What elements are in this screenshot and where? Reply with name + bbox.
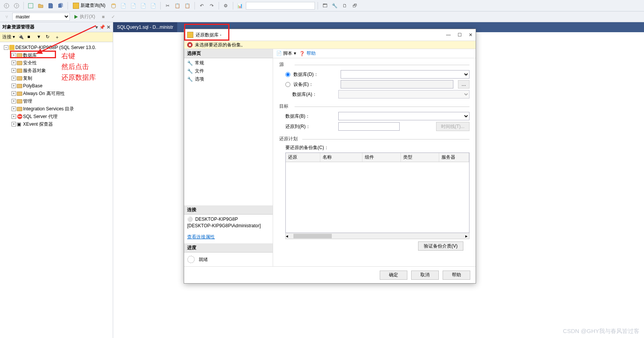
expander-icon[interactable]: + <box>12 122 16 126</box>
conn-info: ⚪ DESKTOP-KIP9G8P [DESKTOP-KIP9G8P\Admin… <box>184 215 273 231</box>
wrench-icon[interactable]: 🔧 <box>331 2 339 10</box>
src-db-combo[interactable] <box>341 70 469 79</box>
cancel-button[interactable]: 取消 <box>411 271 439 280</box>
tree-ssis[interactable]: +Integration Services 目录 <box>0 105 113 113</box>
restore-to-input[interactable] <box>338 122 400 131</box>
template-icon[interactable]: 🗋 <box>341 2 349 10</box>
folder-icon <box>17 76 22 80</box>
disconnect-icon[interactable]: 🔌 <box>18 34 24 40</box>
dialog-titlebar[interactable]: 还原数据库 - — ☐ ✕ <box>184 29 476 41</box>
nav-back-icon[interactable] <box>2 2 11 10</box>
browse-device-button[interactable]: … <box>458 80 469 89</box>
help-label: 帮助 <box>306 50 316 57</box>
src-device-radio[interactable] <box>285 82 290 87</box>
dialog-right-panel: 📄 脚本 ▾ ❓帮助 源 数据库(D)： 设备(E)： … <box>273 49 476 266</box>
new-query-button[interactable]: 新建查询(N) <box>71 2 108 9</box>
execute-button[interactable]: 执行(X) <box>71 13 97 20</box>
sql-tab[interactable]: SQLQuery1.sql - D...ministr <box>113 22 177 32</box>
tree-databases[interactable]: +数据库 <box>0 51 113 59</box>
tree-xevent[interactable]: +▣XEvent 探查器 <box>0 120 113 128</box>
dmx-icon[interactable]: 📄 <box>139 2 148 10</box>
copy-icon[interactable]: 📋 <box>173 2 182 10</box>
quick-launch-input[interactable] <box>246 2 315 10</box>
connect-button[interactable]: 连接 ▾ <box>2 34 15 40</box>
scroll-left-icon[interactable]: ◂ <box>286 233 288 239</box>
help-button[interactable]: ❓帮助 <box>299 50 316 57</box>
help-icon: ❓ <box>299 51 305 56</box>
dax-icon[interactable]: 📄 <box>149 2 158 10</box>
server-node[interactable]: − DESKTOP-KIP9G8P (SQL Server 13.0. <box>0 44 113 51</box>
view-conn-props-link[interactable]: 查看连接属性 <box>184 231 273 243</box>
registered-icon[interactable]: 🗔 <box>321 2 329 10</box>
save-icon[interactable] <box>46 2 55 10</box>
plan-legend: 还原计划 <box>279 136 469 142</box>
xmla-icon[interactable]: 📄 <box>119 2 128 10</box>
refresh-icon[interactable]: ↻ <box>46 34 52 40</box>
tree-label: 管理 <box>23 98 32 105</box>
expander-icon[interactable]: + <box>12 84 16 88</box>
props-icon[interactable]: ⚙ <box>222 2 230 10</box>
src-devdb-label: 数据库(A)： <box>292 91 335 98</box>
stop-conn-icon[interactable]: ■ <box>27 34 33 40</box>
filter-icon[interactable]: ▼ <box>36 34 43 40</box>
new-project-icon[interactable] <box>26 2 35 10</box>
expander-icon[interactable]: + <box>12 61 16 65</box>
src-db-radio[interactable] <box>285 72 290 77</box>
page-options[interactable]: 🔧选项 <box>184 75 273 83</box>
mdx-icon[interactable]: 📄 <box>129 2 138 10</box>
close-button[interactable]: ✕ <box>469 32 473 38</box>
activity-icon[interactable]: 📊 <box>236 2 244 10</box>
window-icon[interactable]: 🗗 <box>351 2 359 10</box>
script-button[interactable]: 📄 脚本 ▾ <box>276 50 296 57</box>
ok-button[interactable]: 确定 <box>380 271 407 280</box>
maximize-button[interactable]: ☐ <box>458 32 462 38</box>
open-icon[interactable] <box>36 2 45 10</box>
pin-icon[interactable]: 📌 <box>99 25 105 30</box>
parse-icon[interactable]: ✓ <box>109 13 117 21</box>
saveall-icon[interactable] <box>56 2 65 10</box>
page-files[interactable]: 🔧文件 <box>184 67 273 75</box>
tree-label: 服务器对象 <box>23 67 46 74</box>
verify-media-button[interactable]: 验证备份介质(V) <box>418 241 463 251</box>
tree-agent[interactable]: +⛔SQL Server 代理 <box>0 113 113 120</box>
conn-server: DESKTOP-KIP9G8P <box>195 217 238 222</box>
tree-security[interactable]: +安全性 <box>0 59 113 67</box>
expander-icon[interactable]: + <box>12 99 16 103</box>
expander-icon[interactable]: + <box>12 91 16 96</box>
db-icon[interactable] <box>109 2 118 10</box>
backup-sets-grid[interactable]: 还原 名称 组件 类型 服务器 <box>285 153 469 233</box>
tree-polybase[interactable]: +PolyBase <box>0 82 113 90</box>
nav-fwd-icon[interactable] <box>12 2 21 10</box>
expander-icon[interactable]: + <box>12 114 16 119</box>
expander-icon[interactable]: + <box>12 107 16 111</box>
scroll-right-icon[interactable]: ▸ <box>465 233 468 239</box>
undo-icon[interactable]: ↶ <box>198 2 206 10</box>
dst-db-combo[interactable] <box>338 112 469 120</box>
db-combo[interactable]: master <box>12 13 70 21</box>
page-general[interactable]: 🔧常规 <box>184 59 273 67</box>
expander-icon[interactable]: − <box>4 45 8 50</box>
redo-icon[interactable]: ↷ <box>208 2 216 10</box>
expander-icon[interactable]: + <box>12 53 16 57</box>
minimize-button[interactable]: — <box>446 32 451 38</box>
tree-alwayson[interactable]: +Always On 高可用性 <box>0 90 113 97</box>
tree-label: 安全性 <box>23 60 37 66</box>
tree-management[interactable]: +管理 <box>0 97 113 105</box>
grid-header: 还原 名称 组件 类型 服务器 <box>286 153 469 162</box>
grid-hscroll[interactable]: ◂▸ <box>285 233 469 239</box>
dialog-footer: 确定 取消 帮助 <box>184 266 476 283</box>
dialog-toolbar: 📄 脚本 ▾ ❓帮助 <box>273 49 476 58</box>
cut-icon[interactable]: ✂ <box>163 2 172 10</box>
branch-icon[interactable]: ⑂ <box>2 13 11 21</box>
folder-icon <box>17 69 22 73</box>
dropdown-icon[interactable]: ▾ <box>96 25 98 30</box>
scroll-thumb[interactable] <box>293 234 332 238</box>
expander-icon[interactable]: + <box>12 68 16 73</box>
help-footer-button[interactable]: 帮助 <box>443 271 470 280</box>
object-explorer-title-text: 对象资源管理器 <box>2 24 35 30</box>
paste-icon[interactable]: 📋 <box>183 2 192 10</box>
close-panel-icon[interactable]: ✕ <box>107 25 110 30</box>
plus-icon[interactable]: ＋ <box>55 34 61 40</box>
stop-icon[interactable]: ■ <box>99 13 107 21</box>
expander-icon[interactable]: + <box>12 76 16 80</box>
